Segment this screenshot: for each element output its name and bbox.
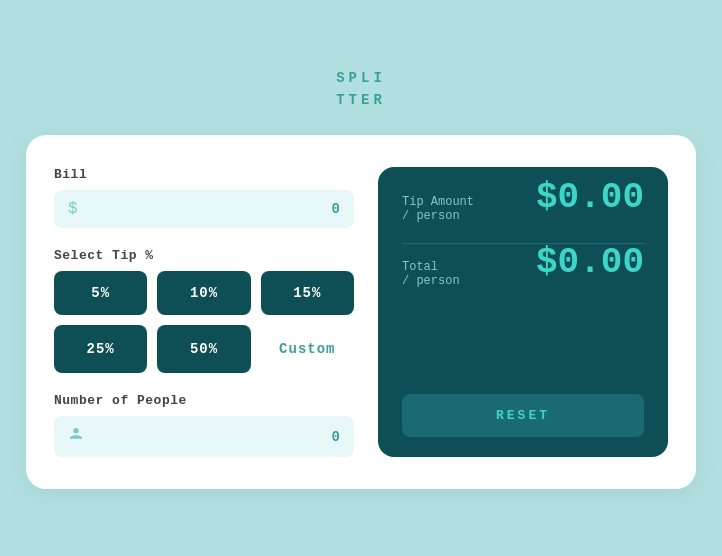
bill-input-wrapper: $ 0 bbox=[54, 190, 354, 228]
right-panel: Tip Amount / person $0.00 Total / person… bbox=[378, 167, 668, 457]
total-row: Total / person $0.00 bbox=[402, 260, 644, 288]
tip-btn-10[interactable]: 10% bbox=[157, 271, 250, 315]
bill-input[interactable] bbox=[86, 201, 324, 217]
tip-btn-15[interactable]: 15% bbox=[261, 271, 354, 315]
app-title: SPLI TTER bbox=[336, 67, 386, 112]
person-icon bbox=[68, 426, 84, 447]
tip-btn-50[interactable]: 50% bbox=[157, 325, 250, 373]
tip-btn-custom[interactable]: Custom bbox=[261, 325, 354, 373]
tip-amount-row: Tip Amount / person $0.00 bbox=[402, 195, 644, 223]
svg-point-0 bbox=[73, 428, 78, 433]
tip-grid: 5% 10% 15% 25% 50% Custom bbox=[54, 271, 354, 373]
tip-section: Select Tip % 5% 10% 15% 25% 50% Custom bbox=[54, 248, 354, 373]
results-block: Tip Amount / person $0.00 Total / person… bbox=[402, 195, 644, 308]
total-inner: Total / person $0.00 bbox=[402, 260, 644, 288]
tip-label: Select Tip % bbox=[54, 248, 354, 263]
title-line1: SPLI bbox=[336, 70, 386, 86]
dollar-icon: $ bbox=[68, 200, 78, 218]
bill-display-value: 0 bbox=[332, 201, 340, 217]
total-text: Total / person bbox=[402, 260, 460, 288]
tip-amount-text: Tip Amount / person bbox=[402, 195, 474, 223]
tip-amount-sub: / person bbox=[402, 209, 474, 223]
main-card: Bill $ 0 Select Tip % 5% 10% 15% 25% 50%… bbox=[26, 135, 696, 489]
people-label: Number of People bbox=[54, 393, 354, 408]
total-label: Total bbox=[402, 260, 460, 274]
people-display-value: 0 bbox=[332, 429, 340, 445]
people-input[interactable] bbox=[92, 429, 324, 445]
total-value: $0.00 bbox=[536, 242, 644, 283]
tip-amount-inner: Tip Amount / person $0.00 bbox=[402, 195, 644, 223]
reset-button[interactable]: RESET bbox=[402, 394, 644, 437]
people-input-wrapper: 0 bbox=[54, 416, 354, 457]
tip-btn-25[interactable]: 25% bbox=[54, 325, 147, 373]
left-panel: Bill $ 0 Select Tip % 5% 10% 15% 25% 50%… bbox=[54, 167, 354, 457]
total-sub: / person bbox=[402, 274, 460, 288]
title-line2: TTER bbox=[336, 92, 386, 108]
tip-amount-value: $0.00 bbox=[536, 177, 644, 218]
tip-btn-5[interactable]: 5% bbox=[54, 271, 147, 315]
tip-amount-label: Tip Amount bbox=[402, 195, 474, 209]
bill-section: Bill $ 0 bbox=[54, 167, 354, 228]
people-section: Number of People 0 bbox=[54, 393, 354, 457]
bill-label: Bill bbox=[54, 167, 354, 182]
